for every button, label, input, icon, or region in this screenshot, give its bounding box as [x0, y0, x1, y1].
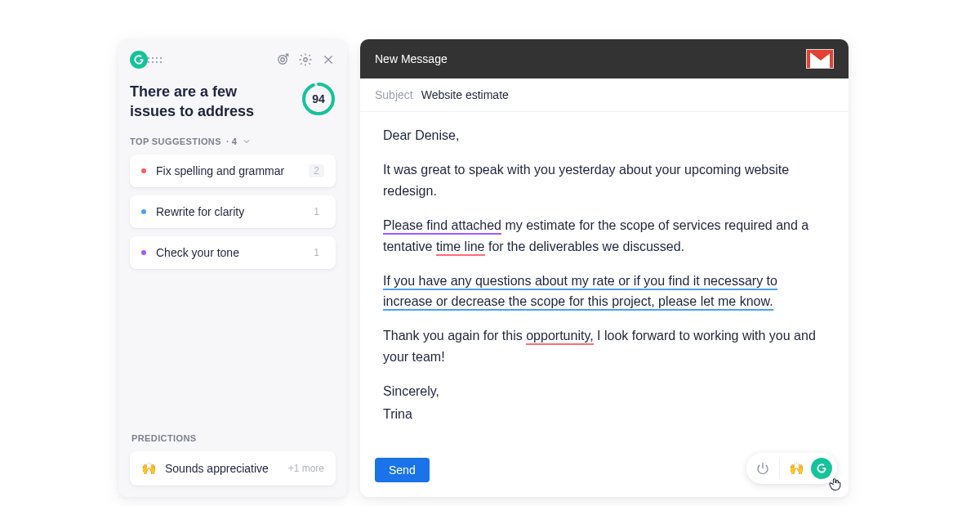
predictions-section: PREDICTIONS 🙌 Sounds appreciative +1 mor… [130, 433, 336, 486]
close-icon[interactable] [321, 52, 336, 67]
suggestion-count: 1 [309, 205, 324, 218]
grammarly-floating-toolbar: 🙌 [746, 453, 837, 484]
top-suggestions-label: TOP SUGGESTIONS [130, 137, 221, 146]
top-suggestions-toggle[interactable]: TOP SUGGESTIONS · 4 [130, 137, 336, 146]
sidebar-top-row [130, 51, 336, 69]
send-button[interactable]: Send [375, 458, 430, 482]
underline-red[interactable]: time line [436, 240, 485, 256]
subject-value: Website estimate [421, 88, 509, 101]
grammarly-logo[interactable] [130, 51, 148, 69]
suggestion-card-clarity[interactable]: Rewrite for clarity 1 [130, 195, 336, 228]
grammarly-sidebar: There are a few issues to address 94 TOP… [118, 39, 347, 497]
svg-point-1 [281, 58, 285, 62]
compose-title: New Message [375, 52, 448, 65]
salutation: Dear Denise, [383, 125, 826, 146]
suggestion-count: 1 [309, 246, 324, 259]
chevron-down-icon [242, 137, 252, 146]
tone-emoji-icon[interactable]: 🙌 [785, 457, 808, 480]
gmail-icon [806, 49, 834, 69]
dot-icon [141, 250, 146, 255]
predictions-label: PREDICTIONS [131, 433, 336, 443]
suggestion-count: 2 [309, 164, 324, 177]
suggestion-label: Fix spelling and grammar [156, 164, 299, 177]
sidebar-header: There are a few issues to address 94 [130, 82, 336, 122]
underline-purple[interactable]: Please find attached [383, 218, 501, 235]
svg-point-0 [278, 56, 287, 65]
prediction-more: +1 more [288, 463, 324, 474]
paragraph-2: Please find attached my estimate for the… [383, 215, 826, 257]
suggestions-list: Fix spelling and grammar 2 Rewrite for c… [130, 154, 336, 269]
prediction-text: Sounds appreciative [165, 462, 280, 475]
goals-icon[interactable] [275, 52, 290, 67]
closing-1: Sincerely, [383, 381, 826, 402]
svg-point-2 [304, 58, 308, 62]
underline-blue[interactable]: If you have any questions about my rate … [383, 274, 777, 311]
dot-icon [141, 209, 146, 214]
subject-row[interactable]: Subject Website estimate [360, 78, 849, 112]
compose-header: New Message [360, 39, 849, 78]
hands-emoji-icon: 🙌 [141, 461, 157, 476]
suggestion-card-tone[interactable]: Check your tone 1 [130, 236, 336, 269]
compose-window: New Message Subject Website estimate Dea… [360, 39, 849, 497]
score-value: 94 [301, 82, 336, 116]
prediction-card[interactable]: 🙌 Sounds appreciative +1 more [130, 451, 336, 486]
underline-red[interactable]: opportunity, [526, 329, 593, 345]
score-ring[interactable]: 94 [301, 82, 336, 116]
closing-2: Trina [383, 404, 826, 425]
compose-body[interactable]: Dear Denise, It was great to speak with … [360, 112, 849, 448]
top-suggestions-count: · 4 [226, 137, 237, 146]
suggestion-label: Check your tone [156, 246, 299, 259]
subject-label: Subject [375, 88, 413, 101]
suggestion-label: Rewrite for clarity [156, 205, 299, 218]
power-icon[interactable] [751, 457, 774, 480]
drag-handle-icon[interactable] [148, 57, 162, 63]
settings-icon[interactable] [298, 52, 313, 67]
paragraph-1: It was great to speak with you yesterday… [383, 159, 826, 202]
cursor-hand-icon [827, 476, 844, 492]
sidebar-title: There are a few issues to address [130, 82, 277, 122]
dot-icon [141, 168, 146, 173]
paragraph-4: Thank you again for this opportunity, I … [383, 325, 826, 368]
paragraph-3: If you have any questions about my rate … [383, 271, 826, 313]
separator [779, 459, 780, 477]
suggestion-card-spelling[interactable]: Fix spelling and grammar 2 [130, 154, 336, 187]
